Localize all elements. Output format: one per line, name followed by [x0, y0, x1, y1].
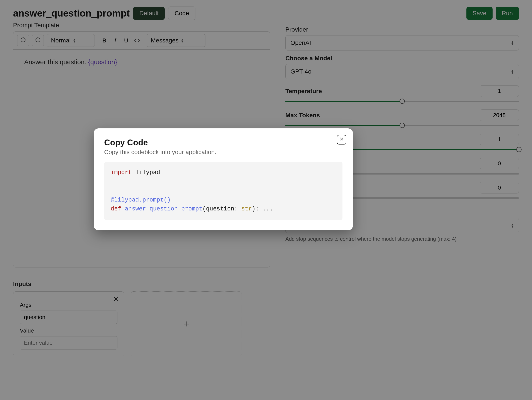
code-keyword: def	[111, 206, 125, 212]
modal-close-button[interactable]	[337, 135, 346, 145]
close-icon	[339, 137, 344, 142]
modal-title: Copy Code	[104, 138, 342, 147]
code-text: ): ...	[252, 206, 273, 212]
code-text: (question:	[203, 206, 241, 212]
code-decorator: @lilypad.prompt()	[111, 197, 171, 203]
code-text: lilypad	[132, 169, 160, 176]
code-keyword: import	[111, 169, 132, 176]
code-block[interactable]: import lilypad @lilypad.prompt() def ans…	[104, 162, 342, 220]
copy-code-modal: Copy Code Copy this codeblock into your …	[94, 128, 353, 230]
code-type: str	[241, 206, 252, 212]
modal-subtitle: Copy this codeblock into your applicatio…	[104, 149, 342, 156]
code-function: answer_question_prompt	[125, 206, 203, 212]
